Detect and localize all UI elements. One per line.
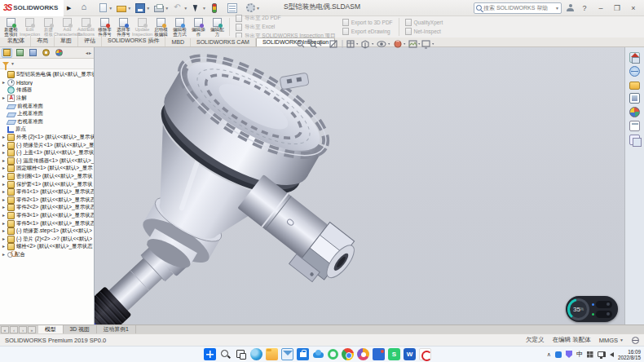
ribbon-button[interactable]: 编辑配 方	[208, 17, 227, 37]
taskbar-app-icon[interactable]	[328, 349, 338, 360]
tree-item[interactable]: ▸ 上视基准面	[1, 110, 94, 118]
task-pane-icon[interactable]	[629, 107, 640, 117]
globe-status-icon[interactable]	[632, 337, 639, 344]
ribbon-button[interactable]: 选择零 件序号	[114, 17, 133, 37]
dropdown-caret-icon[interactable]: ▼	[108, 6, 112, 11]
ime-grid-icon[interactable]	[587, 351, 593, 358]
tree-item[interactable]: ▸ 零件2<2> (默认<<默认>_显示状态	[1, 204, 94, 212]
dropdown-caret-icon[interactable]: ▼	[146, 6, 150, 11]
quick-access-button[interactable]: ▼	[98, 2, 113, 13]
quick-access-button[interactable]: ▼	[227, 2, 243, 14]
ribbon-button[interactable]: 编辑操 作	[189, 17, 208, 37]
export-menu-item[interactable]: 导出至 2D PDF	[236, 15, 336, 22]
tree-item[interactable]: ▸ 注解	[1, 95, 94, 103]
ribbon-button[interactable]: Update Inspection Project	[133, 17, 152, 37]
tree-item[interactable]: ▸ 外壳 (2)<1> (默认<<默认>_显示状	[1, 134, 94, 142]
dropdown-caret-icon[interactable]: ▼	[256, 6, 260, 11]
widget-button-top[interactable]	[596, 301, 612, 308]
ribbon-button[interactable]: 移除零 件序号	[95, 17, 114, 37]
task-pane-icon[interactable]	[629, 93, 640, 104]
document-tab[interactable]: 模型	[38, 325, 64, 333]
taskbar-app-icon[interactable]	[419, 348, 431, 360]
quick-access-button[interactable]: ▼	[79, 2, 95, 14]
task-pane-icon[interactable]	[629, 135, 640, 145]
taskbar-app-icon[interactable]	[235, 348, 247, 360]
tree-item[interactable]: ▸ 零件5<1> (默认<<默认>_显示状态	[1, 219, 94, 227]
zoom-area-icon[interactable]	[308, 40, 317, 48]
apply-scene-icon[interactable]	[409, 41, 417, 47]
tree-item[interactable]: ▸ 螺栓<2> (默认<<默认>_显示状态	[1, 243, 94, 251]
taskbar-app-icon[interactable]: W	[404, 348, 416, 360]
tree-item[interactable]: ▸ 原点	[1, 126, 94, 134]
menu-flyout-arrow-icon[interactable]: ▶	[67, 5, 71, 11]
taskbar-app-icon[interactable]	[297, 348, 309, 360]
export-menu-item[interactable]: Export eDrawing	[342, 28, 393, 35]
section-view-icon[interactable]	[330, 41, 337, 47]
command-tab[interactable]: 评估	[78, 36, 102, 46]
quick-access-button[interactable]: ▼	[153, 3, 170, 13]
tab-property-manager[interactable]	[15, 48, 25, 58]
command-tab[interactable]: SOLIDWORKS CAM	[191, 38, 256, 46]
quick-access-button[interactable]: ▼	[210, 2, 224, 14]
ribbon-button[interactable]: Add/Edit Balloons	[77, 17, 95, 37]
quick-access-button[interactable]: ▼	[135, 2, 151, 14]
dropdown-caret-icon[interactable]: ▼	[183, 6, 187, 11]
export-menu-item[interactable]: QualityXpert	[405, 19, 443, 26]
tab-scroll-last-icon[interactable]: »	[28, 326, 36, 333]
tree-item[interactable]: ▸ 零件2<1> (默认<<默认>_显示状态	[1, 196, 94, 205]
login-icon[interactable]	[567, 4, 574, 11]
tree-item[interactable]: ▸ 保护套<1> (默认<<默认>_显示状	[1, 180, 94, 188]
ribbon-button[interactable]: 编辑检 查方式	[170, 17, 189, 37]
quick-access-button[interactable]: ▼	[172, 2, 188, 14]
taskbar-app-icon[interactable]: S	[388, 348, 400, 360]
tree-item[interactable]: ▸ 右视基准面	[1, 118, 94, 126]
export-menu-item[interactable]: Net-Inspect	[405, 28, 443, 35]
tab-scroll-arrows[interactable]: ◂▸	[86, 50, 92, 55]
zoom-fit-icon[interactable]	[298, 41, 304, 47]
command-tab[interactable]: SOLIDWORKS 插件	[102, 36, 165, 46]
task-pane-icon[interactable]	[629, 66, 640, 77]
tab-dimxpert[interactable]	[41, 48, 51, 58]
tray-app-icon[interactable]	[555, 351, 562, 358]
command-tab[interactable]: 布局	[31, 36, 55, 46]
task-pane-icon[interactable]	[629, 121, 640, 131]
tree-item[interactable]: ▸ (-) 绝缘垫片<1> (默认<<默认>_显	[1, 141, 94, 149]
quick-access-button[interactable]: ▼	[191, 2, 207, 14]
clock[interactable]: 16:09 2022/8/15	[618, 349, 641, 360]
dropdown-caret-icon[interactable]: ▼	[127, 6, 131, 11]
tab-scroll-next-icon[interactable]: ›	[19, 326, 27, 333]
quick-access-button[interactable]: ▼	[116, 2, 132, 13]
ribbon-button[interactable]: 启动模 板编辑 器	[152, 17, 170, 37]
task-pane-icon[interactable]	[629, 52, 640, 63]
tab-feature-tree[interactable]	[2, 48, 12, 58]
search-caret-icon[interactable]: ▼	[555, 6, 559, 11]
tree-item[interactable]: ▸ 配合	[1, 251, 94, 259]
search-input[interactable]: 搜索 SOLIDWORKS 帮助 ▼	[474, 2, 562, 14]
close-button[interactable]: ×	[628, 4, 639, 12]
taskbar-app-icon[interactable]	[281, 348, 293, 360]
taskbar-app-icon[interactable]	[219, 348, 232, 360]
tree-item[interactable]: ▸ (-) 温度传感器<1> (默认<<默认>_	[1, 157, 94, 166]
tab-scroll-prev-icon[interactable]: ‹	[10, 326, 18, 333]
taskbar-app-icon[interactable]	[250, 348, 262, 360]
export-menu-item[interactable]: Export to 3D PDF	[342, 19, 393, 26]
edit-appearance-icon[interactable]	[395, 41, 401, 47]
tree-item[interactable]: ▸ 传感器	[1, 86, 94, 95]
taskbar-app-icon[interactable]	[312, 348, 324, 360]
taskbar-app-icon[interactable]	[266, 348, 278, 360]
document-tab[interactable]: 3D 视图	[64, 325, 97, 333]
previous-view-icon[interactable]	[319, 41, 325, 46]
taskbar-app-icon[interactable]	[357, 348, 369, 360]
tree-item[interactable]: ▸ S型铠装热电偶 (默认<默认_显示状态-1	[1, 71, 94, 79]
taskbar-app-icon[interactable]	[204, 348, 216, 360]
task-pane-icon[interactable]	[629, 82, 640, 90]
tree-item[interactable]: ▸ (-) 垫片 (2)<2> ->? (默认<<默认>	[1, 235, 94, 243]
taskbar-app-icon[interactable]	[342, 348, 354, 360]
tree-item[interactable]: ▸ (-) 绝缘套.step<1> (默认<<默认>	[1, 227, 94, 236]
view-orientation-icon[interactable]	[347, 41, 354, 47]
tab-configuration-manager[interactable]	[28, 48, 38, 58]
hide-show-items-icon[interactable]	[377, 42, 386, 46]
tree-item[interactable]: ▸ History	[1, 79, 94, 87]
speaker-icon[interactable]	[610, 352, 614, 357]
taskbar-app-icon[interactable]	[373, 348, 385, 360]
